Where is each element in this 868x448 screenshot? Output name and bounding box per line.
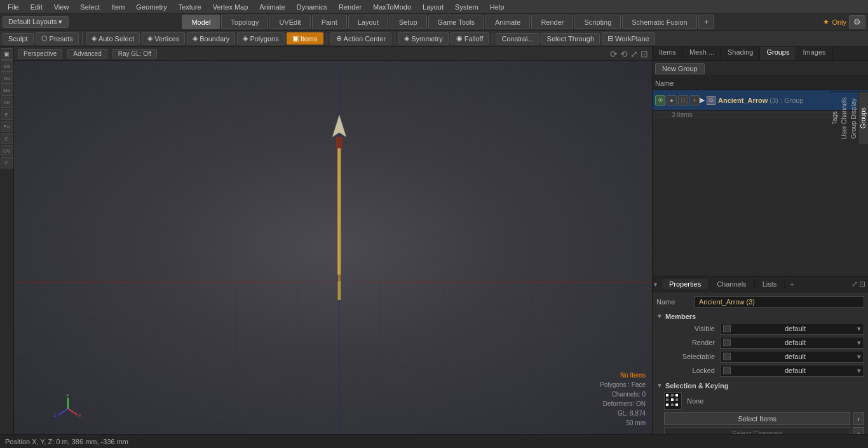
locked-select[interactable]: default ▾ [720,365,864,377]
items-button[interactable]: ▣ Items [287,32,323,44]
rpanel-tab-shading[interactable]: Shading [721,47,760,60]
viewport-controls[interactable]: ⟳ ⟲ ⤢ ⊡ [610,49,648,59]
tab-layout[interactable]: Layout [348,15,388,29]
new-group-button[interactable]: New Group [655,63,705,74]
menu-geometry[interactable]: Geometry [131,2,172,12]
polygons-button[interactable]: ◈ Polygons [237,32,284,44]
side-tab-user-channels[interactable]: User Channels [839,92,849,144]
props-tab-lists[interactable]: Lists [755,279,785,289]
menu-select[interactable]: Select [75,2,105,12]
menu-layout[interactable]: Layout [417,2,449,12]
falloff-button[interactable]: ◉ Falloff [451,32,489,44]
tab-render[interactable]: Render [531,15,573,29]
left-tool-vertex[interactable]: Ve [1,97,13,108]
menu-render[interactable]: Render [334,2,367,12]
side-tab-tags[interactable]: Tags [830,92,839,144]
tab-topology[interactable]: Topology [221,15,268,29]
extra-toggle[interactable]: + [689,95,700,105]
rpanel-tab-mesh[interactable]: Mesh ... [683,47,721,60]
tab-uvedit[interactable]: UVEdit [269,15,310,29]
vertices-button[interactable]: ◈ Vertices [142,32,185,44]
members-section-header[interactable]: ▼ Members [656,313,864,320]
star-icon[interactable]: ★ [823,18,829,26]
menu-item[interactable]: Item [106,2,130,12]
symmetry-button[interactable]: ◈ Symmetry [398,32,449,44]
sculpt-button[interactable]: Sculpt [3,33,34,44]
left-tool-uv[interactable]: UV [1,145,13,156]
select-through-button[interactable]: Select Through [541,33,600,44]
presets-button[interactable]: ⬡ Presets [36,32,79,44]
sel-keying-section[interactable]: ▼ Selection & Keying [656,382,864,390]
viewport-area[interactable]: Perspective Advanced Ray GL: Off ⟳ ⟲ ⤢ ⊡ [14,47,652,434]
group-expand-icon[interactable]: ▶ [700,96,705,104]
left-tool-edge[interactable]: E [1,109,13,120]
svg-rect-21 [336,137,342,149]
tab-model[interactable]: Model [182,15,220,29]
left-tool-c[interactable]: C [1,133,13,144]
left-tool-1[interactable]: ▣ [1,48,13,60]
rpanel-tab-images[interactable]: Images [796,47,832,60]
menu-help[interactable]: Help [485,2,510,12]
viewport-shading-btn[interactable]: Advanced [67,49,107,58]
side-tab-groups[interactable]: Groups [858,92,868,144]
props-collapse-btn[interactable]: ▾ [653,277,661,291]
polygons-icon: ◈ [243,34,248,43]
side-tabs: Groups Group Display User Channels Tags [858,92,868,144]
rpanel-tab-items[interactable]: Items [653,47,683,60]
props-tab-add[interactable]: + [785,279,799,289]
visibility-toggle[interactable]: 👁 [655,95,665,105]
rpanel-tab-groups[interactable]: Groups [760,47,796,60]
tab-setup[interactable]: Setup [390,15,427,29]
left-tool-deform[interactable]: De [1,60,13,72]
props-tab-channels[interactable]: Channels [709,279,754,289]
menu-texture[interactable]: Texture [173,2,207,12]
menu-animate[interactable]: Animate [254,2,290,12]
menu-maxtomodo[interactable]: MaxToModo [368,2,416,12]
menu-file[interactable]: File [3,2,24,12]
boundary-icon: ◈ [193,34,198,43]
menu-vertex-map[interactable]: Vertex Map [208,2,254,12]
selectable-select[interactable]: default ▾ [720,351,864,363]
constrain-button[interactable]: Constrai... [496,33,539,44]
select-channels-arrow-button[interactable]: › [853,427,864,435]
left-tool-dup[interactable]: Du [1,72,13,84]
tab-animate[interactable]: Animate [485,15,530,29]
viewport-raygl-btn[interactable]: Ray GL: Off [112,49,158,58]
name-input[interactable] [695,296,864,308]
svg-line-6 [14,282,339,323]
sel-none-row: None [656,392,864,410]
render-select[interactable]: default ▾ [720,337,864,349]
side-tab-group-display[interactable]: Group Display [849,92,858,144]
left-tool-mesh[interactable]: Me [1,85,13,96]
lock-toggle[interactable]: □ [678,95,688,105]
props-expand-icon[interactable]: ⤢ [851,280,858,288]
workplane-button[interactable]: ⊟ WorkPlane [602,32,655,44]
gl-status: GL: 8,874 [600,409,646,418]
layout-dropdown[interactable]: Default Layouts ▾ [3,16,69,28]
tab-paint[interactable]: Paint [312,15,347,29]
render-toggle[interactable]: ● [667,95,677,105]
left-tool-f[interactable]: F [1,157,13,168]
visible-select[interactable]: default ▾ [720,323,864,335]
menu-system[interactable]: System [450,2,484,12]
menu-dynamics[interactable]: Dynamics [292,2,332,12]
props-tab-properties[interactable]: Properties [661,279,709,289]
boundary-button[interactable]: ◈ Boundary [187,32,235,44]
tab-scripting[interactable]: Scripting [574,15,621,29]
members-arrow-icon: ▼ [656,313,663,320]
selectable-row: Selectable default ▾ [656,351,864,363]
select-channels-button[interactable]: Select Channels [664,427,850,435]
menu-edit[interactable]: Edit [25,2,48,12]
tab-schematic[interactable]: Schematic Fusion [622,15,696,29]
tab-add[interactable]: + [698,15,715,29]
select-items-button[interactable]: Select Items [664,412,850,425]
menu-view[interactable]: View [49,2,74,12]
tab-game-tools[interactable]: Game Tools [428,15,485,29]
svg-line-8 [14,282,339,355]
auto-select-button[interactable]: ◈ Auto Select [86,32,140,44]
layout-bar: Default Layouts ▾ Model Topology UVEdit … [0,14,868,31]
viewport-mode-btn[interactable]: Perspective [18,49,62,58]
left-tool-poly[interactable]: Po [1,121,13,132]
action-center-button[interactable]: ⊕ Action Center [330,32,392,44]
gear-button[interactable]: ⚙ [849,15,865,29]
